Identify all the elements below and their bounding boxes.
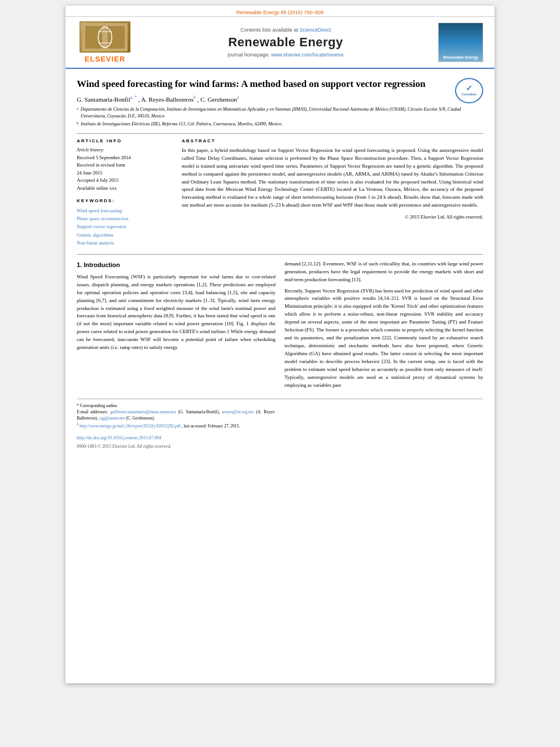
aff-a-text: Departamento de Ciencias de la Computaci… [81, 106, 483, 120]
journal-ref: Renewable Energy 85 (2016) 790–809 [237, 10, 324, 15]
revised-date: 24 June 2015 [77, 169, 173, 177]
crossmark-icon: ✓ [466, 85, 473, 93]
article-title-text: Wind speed forecasting for wind farms: A… [77, 78, 426, 89]
contents-line: Contents lists available at ScienceDirec… [240, 27, 331, 33]
fn1-num: 1 [77, 422, 78, 426]
intro-para2: demand [2,11,12]. Evenmore, WSF is of su… [285, 260, 483, 284]
keyword-item: Non-linear analysis [77, 239, 173, 247]
doi-url[interactable]: http://dx.doi.org/10.1016/j.renene.2015.… [77, 435, 161, 440]
author1-name: G. Santamaría-Bonfil [77, 96, 130, 103]
journal-header-center: Contents lists available at ScienceDirec… [145, 21, 427, 63]
journal-thumb-title: Renewable Energy [443, 55, 478, 59]
intro-para1: Wind Speed Forecasting (WSF) is particul… [77, 273, 275, 352]
journal-header: ELSEVIER Contents lists available at Sci… [65, 17, 495, 69]
author2-name: , A. Reyes-Ballesteros [138, 96, 194, 103]
article-info-label: ARTICLE INFO [77, 138, 173, 143]
homepage-link[interactable]: www.elsevier.com/locate/renene [271, 52, 344, 58]
article-body: Wind speed forecasting for wind farms: A… [65, 69, 495, 459]
elsevier-logo: ELSEVIER [80, 21, 130, 63]
footnote-two-col: * Corresponding author. E-mail addresses… [77, 403, 483, 450]
accepted-date: Accepted 4 July 2015 [77, 177, 173, 185]
aff-b-text: Instituto de Investigaciones Eléctricas … [81, 121, 282, 128]
page: Renewable Energy 85 (2016) 790–809 ELSEV… [65, 6, 495, 683]
email3-name: (C. Gershenson). [126, 416, 155, 421]
affiliation-b: b Instituto de Investigaciones Eléctrica… [77, 121, 483, 128]
keyword-item: Support vector regression [77, 222, 173, 230]
journal-thumbnail: Renewable Energy [438, 23, 483, 62]
article-info-column: ARTICLE INFO Article history: Received 5… [77, 138, 173, 247]
article-title-container: Wind speed forecasting for wind farms: A… [77, 78, 483, 90]
abstract-column: ABSTRACT In this paper, a hybrid methodo… [182, 138, 483, 247]
author2-sup: b [194, 95, 196, 100]
journal-name: Renewable Energy [228, 35, 343, 50]
fn1-text: , last accessed: February 27, 2015. [182, 423, 240, 429]
fn1-url[interactable]: http://www.metigo.jp/noel_lib/report/201… [80, 423, 181, 429]
elsevier-text: ELSEVIER [85, 55, 125, 63]
received-date: Received 5 September 2014 [77, 154, 173, 162]
author3-name: , C. Gershenson [198, 96, 237, 103]
elsevier-logo-image [80, 21, 130, 53]
svg-rect-1 [85, 26, 102, 49]
affiliation-a: a Departamento de Ciencias de la Computa… [77, 106, 483, 120]
aff-a-sup: a [77, 106, 78, 120]
keywords-section: Keywords: Wind speed forecastingPhase sp… [77, 198, 173, 247]
homepage-line: journal homepage: www.elsevier.com/locat… [228, 52, 344, 58]
crossmark-text: CrossMark [462, 93, 476, 97]
footnote-star: * Corresponding author. [77, 403, 275, 409]
main-content: 1. Introduction Wind Speed Forecasting (… [77, 254, 483, 393]
history-title: Article history: [77, 147, 173, 154]
main-col-right: demand [2,11,12]. Evenmore, WSF is of su… [285, 260, 483, 393]
email3-link[interactable]: cgg@unam.mx [99, 416, 125, 421]
keyword-item: Genetic algorithms [77, 231, 173, 239]
intro-section-title: 1. Introduction [77, 260, 275, 270]
email1-name: (G. Santamaría-Bonfil), [178, 409, 220, 414]
sciencedirect-link[interactable]: ScienceDirect [300, 27, 331, 33]
abstract-label: ABSTRACT [182, 138, 483, 143]
author3-sup: a [237, 95, 239, 100]
intro-para3: Recently, Support Vector Regression (SVR… [285, 287, 483, 390]
keywords-list: Wind speed forecastingPhase space recons… [77, 207, 173, 247]
footnote-area: * Corresponding author. E-mail addresses… [77, 399, 483, 450]
footnote1: 1 http://www.metigo.jp/noel_lib/report/2… [77, 421, 275, 429]
issn-line: 0960-1481/© 2015 Elsevier Ltd. All right… [77, 443, 275, 450]
footnote-right-col [285, 403, 483, 450]
aff-b-sup: b [77, 121, 78, 128]
online-date: Available online xxx [77, 185, 173, 193]
authors-line: G. Santamaría-Bonfila, * , A. Reyes-Ball… [77, 95, 483, 103]
footnote-star-text: * Corresponding author. [77, 403, 118, 408]
article-info-abstract-section: ARTICLE INFO Article history: Received 5… [77, 138, 483, 247]
keyword-item: Wind speed forecasting [77, 207, 173, 215]
doi-line: http://dx.doi.org/10.1016/j.renene.2015.… [77, 435, 275, 442]
section-title-text: Introduction [84, 261, 120, 268]
journal-header-right: Renewable Energy [432, 21, 489, 63]
email-label: E-mail addresses: [77, 409, 108, 414]
journal-top-bar: Renewable Energy 85 (2016) 790–809 [65, 6, 495, 17]
copyright-line: © 2015 Elsevier Ltd. All rights reserved… [182, 214, 483, 220]
email2-link[interactable]: areyes@iie.org.mx [222, 409, 254, 414]
main-col-left: 1. Introduction Wind Speed Forecasting (… [77, 260, 275, 393]
affiliations: a Departamento de Ciencias de la Computa… [77, 106, 483, 128]
journal-header-left: ELSEVIER [71, 21, 139, 63]
abstract-text: In this paper, a hybrid methodology base… [182, 147, 483, 210]
footnote-emails: E-mail addresses: guillermo.santamaria@i… [77, 409, 275, 422]
author1-sup: a, * [130, 95, 137, 100]
footnote-left-col: * Corresponding author. E-mail addresses… [77, 403, 275, 450]
email1-link[interactable]: guillermo.santamaria@iimas.unam.mx [110, 409, 176, 414]
keyword-item: Phase space reconstruction [77, 215, 173, 222]
article-history: Article history: Received 5 September 20… [77, 147, 173, 193]
divider [77, 133, 483, 134]
two-col-main: 1. Introduction Wind Speed Forecasting (… [77, 260, 483, 393]
svg-rect-2 [108, 26, 125, 49]
revised-label: Received in revised form [77, 161, 173, 169]
section-number: 1. [77, 261, 82, 268]
keywords-label: Keywords: [77, 198, 173, 203]
crossmark-badge: ✓ CrossMark [455, 78, 483, 103]
